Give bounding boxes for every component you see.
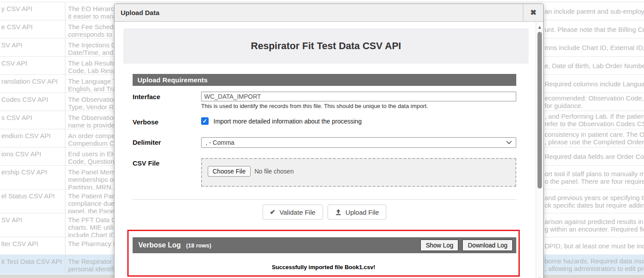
upload-form: Interface This is used to identify the r… [133,92,516,220]
modal-scrollbar[interactable]: ▲ ▼ [536,22,543,278]
api-description-continued-cell: consistency in patient care. The Or, ple… [545,129,644,147]
api-name-cell: e CSV API [0,20,65,38]
api-name-cell: lter CSV API [0,237,65,255]
validate-file-button[interactable]: ✔ Validate File [263,205,323,220]
verbose-row: Verbose ✓ Import more detailed informati… [133,117,516,126]
verbose-log-bar: Verbose Log (18 rows) Show Log Download … [133,237,516,253]
modal-body: Respirator Fit Test Data CSV API Upload … [114,22,543,278]
api-description-continued-cell: , and Performing Lab. If the patient'sre… [545,111,644,129]
verbose-log-highlight-box: Verbose Log (18 rows) Show Log Download … [127,230,520,277]
download-log-button[interactable]: Download Log [462,239,513,251]
scroll-down-icon[interactable]: ▼ [536,276,543,278]
api-description-continued-cell: e, Date of Birth, Lab Order Number, [545,57,644,74]
show-log-button[interactable]: Show Log [420,239,458,251]
api-name-cell: SV API [0,213,65,237]
api-name-cell: s CSV API [0,111,65,129]
scroll-up-icon[interactable]: ▲ [536,24,543,30]
chevron-down-icon [506,141,512,144]
check-icon: ✔ [270,208,276,216]
upload-icon [335,209,342,216]
section-title: Upload Requirements [133,74,516,86]
interface-row: Interface This is used to identify the r… [133,92,516,109]
api-name-cell: endium CSV API [0,129,65,147]
api-description-continued-cell: and previous years or specifying thck sp… [545,189,644,213]
upload-data-modal: Upload Data ✖ Respirator Fit Test Data C… [114,4,544,278]
verbose-checkbox[interactable]: ✓ [201,117,209,125]
api-heading-banner: Respirator Fit Test Data CSV API [123,28,529,64]
api-description-continued-cell: ecommended: Observation Code, Cfor guida… [545,93,644,111]
interface-input[interactable] [201,92,516,101]
csv-file-dropzone[interactable]: Choose File No file chosen [201,158,516,187]
close-icon[interactable]: ✖ [523,4,543,22]
api-description-continued-cell: borne hazards. Required data must, allow… [545,255,644,274]
api-name-cell: Codes CSV API [0,93,65,111]
modal-content: Respirator Fit Test Data CSV API Upload … [114,22,536,278]
api-name-cell: ions CSV API [0,147,65,165]
delimiter-select[interactable]: , - Comma [201,137,516,148]
api-name-cell: y CSV API [0,2,65,20]
scrollbar-thumb[interactable] [537,32,542,189]
verbose-log-title: Verbose Log [138,241,181,249]
delimiter-selected-value: , - Comma [206,139,234,146]
api-description-continued-cell: DPID, but at least one must be inclu [545,237,644,255]
api-description-continued-cell: mns include Chart ID, External ID, T [545,39,644,56]
api-name-cell: ranslation CSV API [0,75,65,93]
api-description-continued-cell: Required columns include Language [545,75,644,93]
upload-file-button[interactable]: Upload File [328,205,387,220]
api-name-cell: it Test Data CSV API [0,255,65,274]
modal-title: Upload Data [114,9,523,16]
api-description-continued-cell: an include parent and sub-employer [545,2,644,20]
api-name-cell: el Status CSV API [0,189,65,213]
choose-file-button[interactable]: Choose File [208,166,251,177]
delimiter-row: Delimiter , - Comma [133,137,516,148]
page-title: Respirator Fit Test Data CSV API [251,40,401,52]
modal-header: Upload Data ✖ [114,4,543,22]
interface-help-text: This is used to identify the records fro… [201,103,516,109]
verbose-label: Verbose [133,117,201,126]
api-description-continued-cell: Required data fields are Order Code [545,147,644,165]
verbose-checkbox-label: Import more detailed information about t… [213,118,362,125]
csv-file-row: CSV File Choose File No file chosen [133,158,516,187]
upload-requirements-section: Upload Requirements Interface This is us… [133,74,516,220]
api-description-continued-cell: arison against predicted results in ing … [545,213,644,237]
upload-file-label: Upload File [346,208,379,216]
divider [133,199,516,200]
import-success-message: Successfully imported file Book1.csv! [129,264,518,270]
api-name-cell: SV API [0,39,65,56]
api-name-cell: CSV API [0,57,65,74]
action-buttons: ✔ Validate File Upload File [133,205,516,220]
csv-file-label: CSV File [133,158,201,167]
delimiter-label: Delimiter [133,137,201,146]
validate-file-label: Validate File [279,208,315,216]
api-description-continued-cell: ort tool if staff plans to manually mao … [545,166,644,189]
interface-label: Interface [133,92,201,100]
api-description-continued-cell: unt. Please note that the Billing Code [545,20,644,38]
verbose-log-row-count: (18 rows) [186,242,211,249]
api-name-cell: ership CSV API [0,166,65,189]
file-chosen-status: No file chosen [255,168,294,175]
